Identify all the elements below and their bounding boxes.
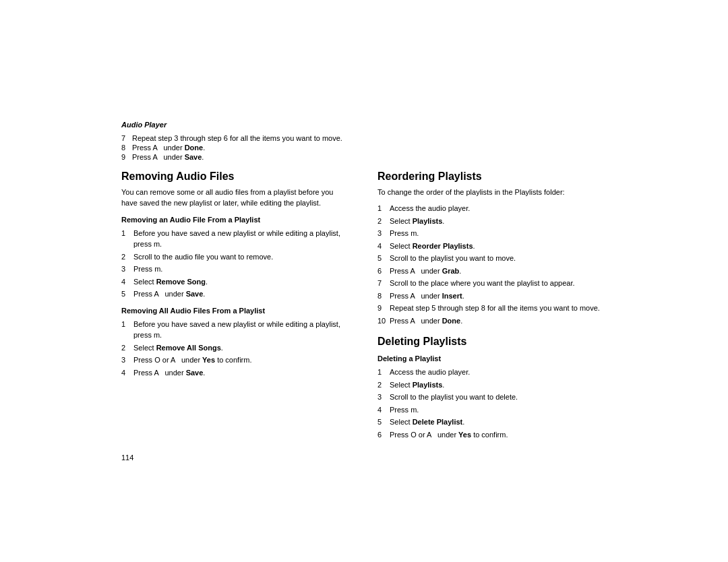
page-content: Audio Player 7 Repeat step 3 through ste… (108, 94, 620, 469)
list-item: 4 Select Remove Song. (121, 276, 351, 288)
removing-audio-files-title: Removing Audio Files (121, 170, 351, 183)
list-item: 3 Press m. (377, 228, 607, 239)
removing-all-audio-subtitle: Removing All Audio Files From a Playlist (121, 307, 351, 315)
removing-all-audio-steps: 1 Before you have saved a new playlist o… (121, 319, 351, 379)
list-item: 5 Select Delete Playlist. (377, 416, 607, 428)
intro-step-7: 7 Repeat step 3 through step 6 for all t… (121, 134, 607, 142)
list-item: 4 Press A under Save. (121, 367, 351, 379)
list-item: 3 Press m. (121, 263, 351, 275)
list-item: 8 Press A under Insert. (377, 290, 607, 302)
step-text: Press A under Done. (132, 144, 607, 152)
list-item: 2 Scroll to the audio file you want to r… (121, 251, 351, 263)
intro-step-9: 9 Press A under Save. (121, 153, 607, 161)
step-num: 8 (121, 144, 132, 152)
page-number: 114 (121, 454, 133, 462)
step-num: 7 (121, 134, 132, 142)
list-item: 1 Access the audio player. (377, 203, 607, 214)
list-item: 1 Before you have saved a new playlist o… (121, 319, 351, 341)
list-item: 9 Repeat step 5 through step 8 for all t… (377, 303, 607, 314)
intro-step-8: 8 Press A under Done. (121, 144, 607, 152)
left-column: Removing Audio Files You can remove some… (121, 170, 351, 442)
deleting-steps: 1 Access the audio player. 2 Select Play… (377, 367, 607, 440)
list-item: 6 Press A under Grab. (377, 266, 607, 277)
list-item: 5 Press A under Save. (121, 288, 351, 300)
list-item: 4 Select Reorder Playlists. (377, 241, 607, 252)
two-column-layout: Removing Audio Files You can remove some… (121, 170, 607, 442)
step-text: Press A under Save. (132, 153, 607, 161)
list-item: 2 Select Playlists. (377, 379, 607, 391)
audio-player-label: Audio Player (121, 121, 607, 129)
reordering-steps: 1 Access the audio player. 2 Select Play… (377, 203, 607, 326)
list-item: 7 Scroll to the place where you want the… (377, 278, 607, 289)
list-item: 2 Select Playlists. (377, 216, 607, 227)
removing-audio-files-desc: You can remove some or all audio files f… (121, 187, 351, 209)
step-num: 9 (121, 153, 132, 161)
intro-steps: 7 Repeat step 3 through step 6 for all t… (121, 134, 607, 161)
list-item: 5 Scroll to the playlist you want to mov… (377, 253, 607, 264)
step-text: Repeat step 3 through step 6 for all the… (132, 134, 607, 142)
right-column: Reordering Playlists To change the order… (377, 170, 607, 442)
removing-audio-file-subtitle: Removing an Audio File From a Playlist (121, 216, 351, 224)
list-item: 6 Press O or A under Yes to confirm. (377, 429, 607, 441)
list-item: 3 Scroll to the playlist you want to del… (377, 392, 607, 403)
list-item: 1 Before you have saved a new playlist o… (121, 228, 351, 250)
removing-audio-file-steps: 1 Before you have saved a new playlist o… (121, 228, 351, 300)
list-item: 10 Press A under Done. (377, 315, 607, 327)
list-item: 2 Select Remove All Songs. (121, 342, 351, 354)
list-item: 3 Press O or A under Yes to confirm. (121, 354, 351, 366)
reordering-playlists-title: Reordering Playlists (377, 170, 607, 183)
deleting-playlist-subtitle: Deleting a Playlist (377, 354, 607, 363)
reordering-playlists-desc: To change the order of the playlists in … (377, 187, 607, 198)
list-item: 1 Access the audio player. (377, 367, 607, 378)
list-item: 4 Press m. (377, 404, 607, 416)
deleting-playlists-title: Deleting Playlists (377, 336, 607, 348)
